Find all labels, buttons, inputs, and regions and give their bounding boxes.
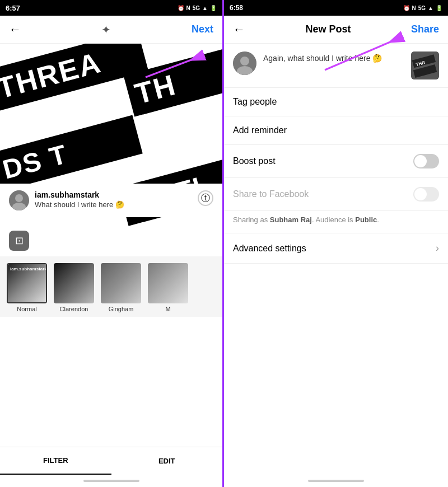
toggle-knob [414,155,427,167]
right-alarm-icon: ⏰ [403,5,410,11]
svg-point-6 [240,57,249,65]
alarm-icon: ⏰ [178,5,184,11]
post-username: iam.subhamstark [35,190,192,199]
share-facebook-toggle [413,187,439,202]
post-compose-area: Again, what should I write here 🤔 THR [224,44,448,88]
threads-image: THREA TH DS T DS TL [0,44,222,256]
boost-post-toggle[interactable] [413,154,439,168]
image-preview-area: THREA TH DS T DS TL iam.subhamstark What… [0,44,222,256]
right-status-icons: ⏰ N 5G ▲ 🔋 [403,5,442,11]
right-panel: 6:58 ⏰ N 5G ▲ 🔋 ← New Post Share Again, … [224,0,448,487]
filter-clarendon-thumb [54,263,94,303]
threads-logo-icon: ⓣ [198,190,213,206]
right-time: 6:58 [230,4,243,12]
filter-section: iam.subhamstark Normal Clarendon Gingham [0,256,222,317]
filter-m-label: M [165,306,170,312]
edit-magic-icon[interactable]: ✦ [101,23,111,36]
tab-filter[interactable]: FILTER [0,447,111,475]
filter-normal-label: Normal [17,306,36,312]
compose-text[interactable]: Again, what should I write here 🤔 [263,51,404,63]
option-tag-people[interactable]: Tag people [224,88,448,116]
right-home-bar [308,480,364,482]
left-time: 6:57 [6,4,20,12]
tab-edit[interactable]: EDIT [111,447,223,475]
next-button[interactable]: Next [192,24,213,35]
compose-avatar [233,51,256,75]
bottom-tabs: FILTER EDIT [0,447,222,475]
sharing-note: Sharing as Subham Raj. Audience is Publi… [224,211,448,233]
option-advanced-settings[interactable]: Advanced settings › [224,233,448,264]
post-preview: iam.subhamstark What should I write here… [0,184,222,217]
right-battery-icon: 🔋 [436,5,442,11]
sharing-user: Subham Raj [270,216,312,224]
banner-stripe-3: DS T [0,115,143,191]
filter-gingham-thumb [101,263,141,303]
chevron-right-icon: › [436,242,439,254]
add-reminder-label: Add reminder [233,125,287,135]
left-home-indicator [0,475,222,487]
svg-point-1 [15,194,23,202]
right-bottom [224,475,448,487]
right-back-button[interactable]: ← [233,22,245,37]
filter-clarendon-label: Clarendon [60,306,88,312]
share-button[interactable]: Share [411,24,439,35]
page-title: New Post [305,24,351,35]
left-status-icons: ⏰ N 5G ▲ 🔋 [178,5,217,11]
right-signal-icon: 5G [418,5,426,11]
boost-post-label: Boost post [233,156,276,166]
option-add-reminder[interactable]: Add reminder [224,116,448,145]
post-text: What should I write here 🤔 [35,200,192,209]
filter-gingham[interactable]: Gingham [101,263,141,312]
wifi-icon: ▲ [202,5,208,11]
filter-row: iam.subhamstark Normal Clarendon Gingham [0,263,222,312]
battery-icon: 🔋 [210,5,217,11]
signal-icon: 5G [193,5,200,11]
filter-gingham-label: Gingham [109,306,134,312]
advanced-settings-label: Advanced settings [233,244,306,254]
left-back-button[interactable]: ← [9,22,21,37]
post-image-thumbnail: THR [411,51,439,79]
right-wifi-icon: ▲ [428,5,433,11]
filter-normal-thumb: iam.subhamstark [7,263,47,303]
filter-m[interactable]: M [148,263,188,312]
share-facebook-label: Share to Facebook [233,189,309,199]
post-avatar [9,190,29,210]
post-info: iam.subhamstark What should I write here… [35,190,192,209]
network-icon: N [186,5,190,11]
right-status-bar: 6:58 ⏰ N 5G ▲ 🔋 [224,0,448,16]
tag-people-label: Tag people [233,97,277,107]
left-home-bar [83,480,139,482]
option-boost-post[interactable]: Boost post [224,145,448,178]
option-share-facebook: Share to Facebook [224,178,448,211]
left-status-bar: 6:57 ⏰ N 5G ▲ 🔋 [0,0,222,16]
left-panel: 6:57 ⏰ N 5G ▲ 🔋 ← ✦ Next THREA TH DS T D… [0,0,224,487]
right-top-bar: ← New Post Share [224,16,448,44]
filter-clarendon[interactable]: Clarendon [54,263,94,312]
filter-m-thumb [148,263,188,303]
right-home-indicator [224,475,448,487]
share-facebook-knob [414,188,427,200]
filter-normal[interactable]: iam.subhamstark Normal [7,263,47,312]
sharing-audience: Public [355,216,377,224]
left-top-bar: ← ✦ Next [0,16,222,44]
right-network-icon: N [412,5,416,11]
crop-button[interactable]: ⊡ [9,231,29,251]
